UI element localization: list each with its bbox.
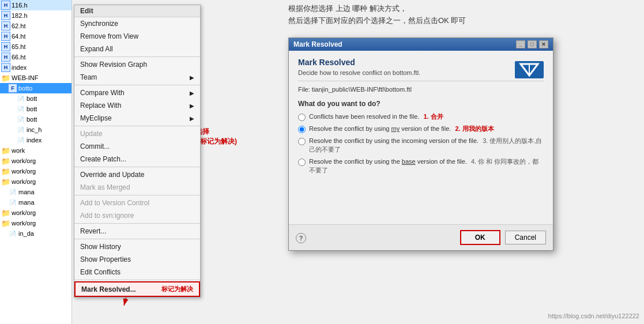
submenu-arrow: ▶ xyxy=(190,115,194,122)
radio-option-1[interactable]: Conflicts have been resolved in the file… xyxy=(298,112,544,121)
menu-sep-7 xyxy=(74,239,200,239)
radio-option-4[interactable]: Resolve the conflict by using the base v… xyxy=(298,157,544,175)
menu-item-remove[interactable]: Remove from View xyxy=(74,30,200,43)
menu-item-update: Update xyxy=(74,127,200,140)
dialog-question: What do you want to do? xyxy=(298,100,544,108)
folder-icon: 📁 xyxy=(1,73,10,82)
menu-item-markresolved[interactable]: Mark Resolved...标记为解决 xyxy=(74,281,200,297)
file-icon: H xyxy=(1,21,10,31)
tree-item-62ht[interactable]: H 62.ht xyxy=(0,21,71,31)
menu-item-sync[interactable]: Synchronize xyxy=(74,17,200,30)
dialog-titlebar: Mark Resolved _ □ ✕ xyxy=(289,38,553,51)
tree-item-182h[interactable]: H 182.h xyxy=(0,10,71,21)
dialog-help-button[interactable]: ? xyxy=(296,233,306,243)
tree-item-inch[interactable]: 📄 inc_h xyxy=(0,125,71,135)
menu-item-replace[interactable]: Replace With ▶ xyxy=(74,99,200,112)
folder-icon: 📁 xyxy=(1,208,10,217)
menu-item-commit[interactable]: Commit... xyxy=(74,140,200,153)
menu-item-history[interactable]: Show History xyxy=(74,240,200,253)
file-icon: H xyxy=(1,32,10,41)
tree-item-65ht[interactable]: H 65.ht xyxy=(0,42,71,52)
radio-opt2[interactable] xyxy=(298,126,306,133)
menu-item-props[interactable]: Show Properties xyxy=(74,253,200,266)
menu-item-expand[interactable]: Expand All xyxy=(74,43,200,55)
dialog-minimize-button[interactable]: _ xyxy=(516,40,525,48)
watermark: https://blog.csdn.net/diyu122222 xyxy=(548,312,639,319)
tree-item-bott1[interactable]: 📄 bott xyxy=(0,93,71,104)
file-icon: 📄 xyxy=(8,229,17,238)
dialog-content: Mark Resolved Decide how to resolve conf… xyxy=(289,51,553,185)
dialog-logo xyxy=(515,58,544,81)
dialog-ok-button[interactable]: OK xyxy=(460,230,500,245)
menu-sep-5 xyxy=(74,195,200,195)
folder-icon: 📁 xyxy=(1,218,10,228)
dialog-cancel-button[interactable]: Cancel xyxy=(505,231,546,244)
menu-item-patch[interactable]: Create Patch... xyxy=(74,153,200,165)
mark-resolved-dialog: Mark Resolved _ □ ✕ Mark Resolved Decide… xyxy=(288,37,553,251)
file-icon: H xyxy=(1,42,10,51)
tree-item-workorg4[interactable]: 📁 work/org xyxy=(0,208,71,218)
tree-item-workorg1[interactable]: 📁 work/org xyxy=(0,156,71,166)
submenu-arrow: ▶ xyxy=(190,90,194,96)
tree-item-workorg2[interactable]: 📁 work/org xyxy=(0,166,71,176)
dialog-title-label: Mark Resolved xyxy=(293,40,342,48)
file-tree: H 116.h H 182.h H 62.ht H 64.ht H 65.ht … xyxy=(0,0,72,324)
tree-item-116h[interactable]: H 116.h xyxy=(0,0,71,10)
top-instruction: 根据你想选择 上边 哪种 解决方式， 然后选择下面对应的四个选择之一，然后点击O… xyxy=(288,3,466,27)
radio-option-3[interactable]: Resolve the conflict by using the incomi… xyxy=(298,137,544,154)
menu-item-revert[interactable]: Revert... xyxy=(74,225,200,238)
dialog-maximize-button[interactable]: □ xyxy=(528,40,537,48)
tree-item-index2[interactable]: 📄 index xyxy=(0,135,71,145)
radio-opt1[interactable] xyxy=(298,114,306,121)
file-icon: 📄 xyxy=(8,198,17,207)
menu-item-editconflicts[interactable]: Edit Conflicts xyxy=(74,266,200,278)
radio-opt1-label: Conflicts have been resolved in the file… xyxy=(309,112,443,121)
file-icon: H xyxy=(1,1,10,10)
menu-sep-8 xyxy=(74,280,200,280)
folder-icon: 📁 xyxy=(1,167,10,176)
file-icon: H xyxy=(1,63,10,72)
submenu-arrow: ▶ xyxy=(190,74,194,81)
menu-section-edit: Edit xyxy=(74,5,200,17)
tree-item-index[interactable]: H index xyxy=(0,62,71,73)
menu-item-myeclipse[interactable]: MyEclipse ▶ xyxy=(74,112,200,125)
tree-item-bott3[interactable]: 📄 bott xyxy=(0,114,71,125)
tree-item-botto-selected[interactable]: F botto xyxy=(0,83,71,93)
radio-option-2[interactable]: Resolve the conflict by using my version… xyxy=(298,125,544,133)
menu-item-team[interactable]: Team ▶ xyxy=(74,71,200,84)
tree-item-66ht[interactable]: H 66.ht xyxy=(0,52,71,62)
radio-opt3-label: Resolve the conflict by using the incomi… xyxy=(309,137,544,154)
tree-item-mana2[interactable]: 📄 mana xyxy=(0,197,71,208)
menu-item-addignore: Add to svn:ignore xyxy=(74,209,200,222)
dialog-footer: ? OK Cancel xyxy=(289,224,553,250)
menu-item-compare[interactable]: Compare With ▶ xyxy=(74,86,200,99)
file-icon: 📄 xyxy=(16,94,25,103)
tree-item-64ht[interactable]: H 64.ht xyxy=(0,31,71,42)
dialog-close-button[interactable]: ✕ xyxy=(539,40,548,48)
file-icon: 📄 xyxy=(8,187,17,197)
folder-icon: 📁 xyxy=(1,146,10,155)
menu-item-revision[interactable]: Show Revision Graph xyxy=(74,58,200,71)
folder-icon: 📁 xyxy=(1,177,10,186)
dialog-file-path: File: tianjin_public\WEB-INF\ftl\bottom.… xyxy=(298,86,544,93)
tree-item-mana1[interactable]: 📄 mana xyxy=(0,187,71,197)
menu-sep-3 xyxy=(74,126,200,126)
menu-item-markmerged: Mark as Merged xyxy=(74,181,200,194)
radio-opt4[interactable] xyxy=(298,159,306,166)
menu-sep-2 xyxy=(74,85,200,85)
tree-item-webinf[interactable]: 📁 WEB-INF xyxy=(0,73,71,83)
tree-item-work[interactable]: 📁 work xyxy=(0,145,71,156)
file-icon: 📄 xyxy=(16,135,25,145)
folder-icon: 📁 xyxy=(1,156,10,165)
tree-item-workorg3[interactable]: 📁 work/org xyxy=(0,176,71,187)
menu-sep-4 xyxy=(74,167,200,167)
dialog-subtitle: Decide how to resolve conflict on bottom… xyxy=(298,69,544,76)
radio-opt2-label: Resolve the conflict by using my version… xyxy=(309,125,494,133)
radio-opt3[interactable] xyxy=(298,138,306,145)
file-icon: 📄 xyxy=(16,125,25,134)
tree-item-inda[interactable]: 📄 in_da xyxy=(0,228,71,239)
menu-item-override[interactable]: Override and Update xyxy=(74,168,200,181)
tree-item-bott2[interactable]: 📄 bott xyxy=(0,104,71,114)
tree-item-workorg5[interactable]: 📁 work/org xyxy=(0,218,71,228)
context-menu: Edit Synchronize Remove from View Expand… xyxy=(74,5,201,297)
